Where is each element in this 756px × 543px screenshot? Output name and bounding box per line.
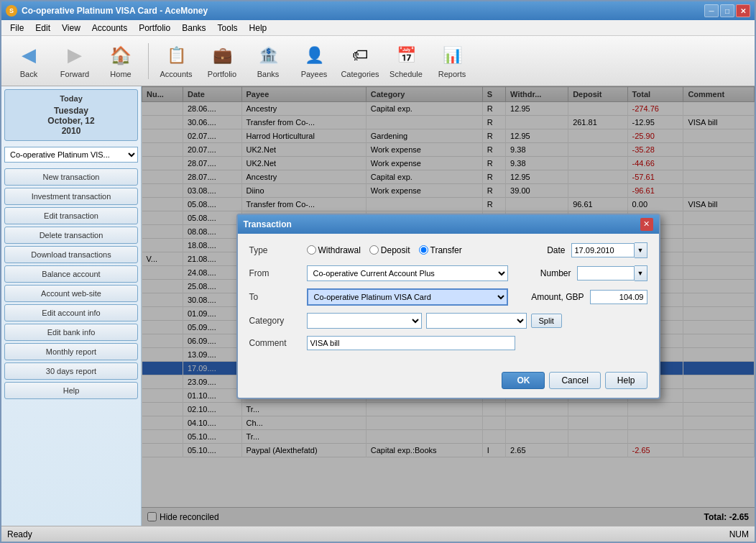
dialog-from-content: Co-operative Current Account Plus bbox=[307, 265, 526, 281]
toolbar-schedule[interactable]: 📅 Schedule bbox=[384, 40, 428, 82]
monthly-report-button[interactable]: Monthly report bbox=[4, 343, 138, 360]
dialog-category-select1[interactable] bbox=[307, 313, 422, 329]
menu-portfolio[interactable]: Portfolio bbox=[133, 22, 176, 35]
dialog-date-dropdown-button[interactable]: ▼ bbox=[635, 242, 647, 258]
dialog-split-button[interactable]: Split bbox=[531, 314, 562, 328]
main-window: S Co-operative Platinum VISA Card - AceM… bbox=[0, 0, 756, 543]
investment-transaction-button[interactable]: Investment transaction bbox=[4, 188, 138, 205]
delete-transaction-button[interactable]: Delete transaction bbox=[4, 227, 138, 244]
dialog-category-content: Split bbox=[307, 313, 647, 329]
close-button[interactable]: ✕ bbox=[736, 4, 750, 17]
toolbar-portfolio[interactable]: 💼 Portfolio bbox=[200, 40, 244, 82]
dialog-date-input[interactable] bbox=[571, 243, 635, 257]
dialog-type-radio-group: Withdrawal Deposit Transfer bbox=[307, 245, 462, 255]
radio-transfer-input[interactable] bbox=[419, 245, 428, 255]
sidebar-date-day: Tuesday bbox=[9, 106, 133, 116]
radio-transfer[interactable]: Transfer bbox=[419, 245, 462, 255]
minimize-button[interactable]: ─ bbox=[704, 4, 719, 17]
radio-deposit[interactable]: Deposit bbox=[369, 245, 410, 255]
toolbar-back-label: Back bbox=[20, 70, 37, 78]
dialog-to-content: Co-operative Platinum VISA Card bbox=[307, 288, 517, 306]
dialog-title-label: Transaction bbox=[244, 219, 292, 229]
menu-tools[interactable]: Tools bbox=[212, 22, 244, 35]
menu-banks[interactable]: Banks bbox=[176, 22, 211, 35]
dialog-amount-input[interactable] bbox=[590, 290, 647, 304]
dialog-number-label: Number bbox=[540, 268, 571, 278]
dialog-from-row: From Co-operative Current Account Plus N… bbox=[249, 265, 647, 281]
dialog-from-select[interactable]: Co-operative Current Account Plus bbox=[307, 265, 508, 281]
account-website-button[interactable]: Account web-site bbox=[4, 285, 138, 302]
radio-withdrawal-input[interactable] bbox=[307, 245, 316, 255]
radio-withdrawal[interactable]: Withdrawal bbox=[307, 245, 361, 255]
menu-file[interactable]: File bbox=[4, 22, 29, 35]
menu-help[interactable]: Help bbox=[244, 22, 273, 35]
download-transactions-button[interactable]: Download transactions bbox=[4, 246, 138, 263]
sidebar: Today Tuesday October, 12 2010 Co-operat… bbox=[1, 86, 142, 526]
dialog-close-button[interactable]: ✕ bbox=[640, 218, 653, 231]
radio-deposit-input[interactable] bbox=[369, 245, 379, 255]
30-days-report-button[interactable]: 30 days report bbox=[4, 362, 138, 380]
new-transaction-button[interactable]: New transaction bbox=[4, 168, 138, 186]
toolbar-accounts[interactable]: 📋 Accounts bbox=[155, 40, 198, 82]
dialog-number-input[interactable] bbox=[577, 266, 635, 280]
dialog-amount-label: Amount, GBP bbox=[531, 292, 584, 302]
menu-view[interactable]: View bbox=[56, 22, 86, 35]
dialog-comment-label: Comment bbox=[249, 338, 307, 348]
toolbar-banks[interactable]: 🏦 Banks bbox=[246, 40, 290, 82]
title-bar: S Co-operative Platinum VISA Card - AceM… bbox=[1, 1, 755, 20]
dialog-cancel-button[interactable]: Cancel bbox=[549, 372, 600, 389]
main-area: Today Tuesday October, 12 2010 Co-operat… bbox=[1, 86, 755, 526]
sidebar-date: Tuesday October, 12 2010 bbox=[9, 106, 133, 136]
account-selector[interactable]: Co-operative Platinum VIS... bbox=[4, 147, 138, 163]
dialog-ok-button[interactable]: OK bbox=[502, 372, 545, 389]
forward-icon: ▶ bbox=[63, 44, 86, 67]
dialog-category-select2[interactable] bbox=[426, 313, 527, 329]
toolbar-accounts-label: Accounts bbox=[160, 70, 192, 78]
reports-icon: 📊 bbox=[441, 44, 464, 67]
dialog-help-button[interactable]: Help bbox=[605, 372, 647, 389]
toolbar-forward[interactable]: ▶ Forward bbox=[53, 40, 96, 82]
toolbar-payees[interactable]: 👤 Payees bbox=[292, 40, 336, 82]
dialog-title-bar: Transaction ✕ bbox=[238, 215, 659, 234]
dialog-type-label: Type bbox=[249, 245, 307, 255]
radio-withdrawal-label: Withdrawal bbox=[318, 245, 361, 255]
help-button[interactable]: Help bbox=[4, 382, 138, 399]
edit-transaction-button[interactable]: Edit transaction bbox=[4, 207, 138, 224]
dialog-date-label: Date bbox=[547, 245, 565, 255]
radio-transfer-label: Transfer bbox=[430, 245, 462, 255]
dialog-number-dropdown-button[interactable]: ▼ bbox=[635, 265, 647, 281]
dialog-comment-input[interactable] bbox=[307, 336, 515, 350]
account-dropdown[interactable]: Co-operative Platinum VIS... bbox=[4, 147, 138, 163]
edit-bank-info-button[interactable]: Edit bank info bbox=[4, 324, 138, 341]
toolbar-categories[interactable]: 🏷 Categories bbox=[338, 40, 382, 82]
menu-accounts[interactable]: Accounts bbox=[86, 22, 133, 35]
maximize-button[interactable]: □ bbox=[720, 4, 734, 17]
dialog-amount-section: Amount, GBP bbox=[531, 290, 647, 304]
dialog-footer: OK Cancel Help bbox=[238, 366, 659, 398]
toolbar-back[interactable]: ◀ Back bbox=[7, 40, 50, 82]
sidebar-date-month: October, 12 bbox=[9, 116, 133, 126]
dialog-comment-content bbox=[307, 336, 647, 350]
menu-edit[interactable]: Edit bbox=[29, 22, 56, 35]
dialog-type-content: Withdrawal Deposit Transfer bbox=[307, 245, 533, 255]
dialog-to-select[interactable]: Co-operative Platinum VISA Card bbox=[307, 288, 508, 306]
toolbar-payees-label: Payees bbox=[301, 70, 328, 78]
toolbar-reports[interactable]: 📊 Reports bbox=[430, 40, 474, 82]
window-controls: ─ □ ✕ bbox=[704, 4, 750, 17]
sidebar-date-year: 2010 bbox=[9, 126, 133, 136]
app-icon: S bbox=[6, 5, 17, 17]
toolbar-reports-label: Reports bbox=[438, 70, 466, 78]
back-icon: ◀ bbox=[17, 44, 40, 67]
toolbar-schedule-label: Schedule bbox=[389, 70, 423, 78]
toolbar-home[interactable]: 🏠 Home bbox=[99, 40, 142, 82]
menu-bar: File Edit View Accounts Portfolio Banks … bbox=[1, 20, 755, 36]
dialog-date-input-group: ▼ bbox=[571, 242, 647, 258]
schedule-icon: 📅 bbox=[395, 44, 418, 67]
dialog-type-row: Type Withdrawal Deposit bbox=[249, 242, 647, 258]
dialog-from-label: From bbox=[249, 268, 307, 278]
toolbar-banks-label: Banks bbox=[257, 70, 280, 78]
radio-deposit-label: Deposit bbox=[381, 245, 410, 255]
balance-account-button[interactable]: Balance account bbox=[4, 265, 138, 283]
home-icon: 🏠 bbox=[109, 44, 132, 67]
edit-account-info-button[interactable]: Edit account info bbox=[4, 304, 138, 321]
